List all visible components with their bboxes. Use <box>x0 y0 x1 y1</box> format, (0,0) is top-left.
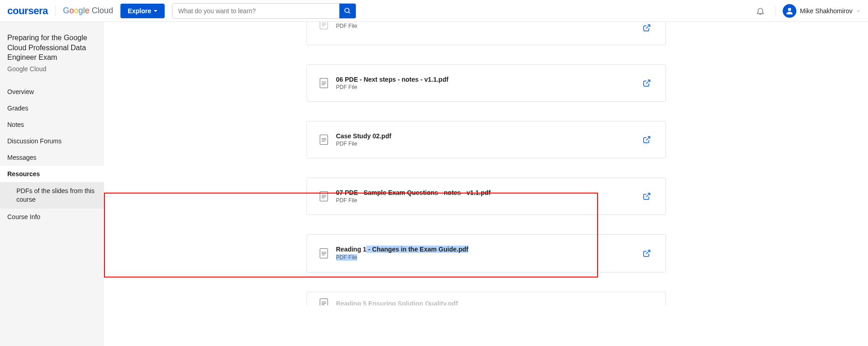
file-type: PDF File <box>336 253 633 261</box>
sidebar-sub-pdfs[interactable]: PDFs of the slides from this course <box>0 182 104 209</box>
header: coursera Google Cloud Explore Mike Shakh… <box>0 0 868 22</box>
person-icon <box>785 6 794 16</box>
document-icon <box>320 248 328 258</box>
file-type: PDF File <box>336 84 633 90</box>
sidebar: Preparing for the Google Cloud Professio… <box>0 22 104 346</box>
external-link-icon <box>643 249 651 257</box>
svg-line-5 <box>646 136 650 140</box>
external-link-icon <box>643 24 651 32</box>
nav-discussion-forums[interactable]: Discussion Forums <box>0 133 104 149</box>
document-icon <box>320 78 328 88</box>
nav-grades[interactable]: Grades <box>0 100 104 116</box>
svg-line-3 <box>646 25 650 28</box>
external-link-icon <box>643 79 651 87</box>
coursera-logo[interactable]: coursera <box>7 5 48 17</box>
course-title[interactable]: Preparing for the Google Cloud Professio… <box>7 33 97 63</box>
svg-line-7 <box>646 250 650 254</box>
file-card[interactable]: Reading 5 Ensuring Solution Quality.pdf <box>307 292 666 305</box>
search-container <box>172 3 356 19</box>
file-name: 06 PDE - Next steps - notes - v1.1.pdf <box>336 76 633 83</box>
file-card[interactable]: 06 PDE - Next steps - notes - v1.1.pdf P… <box>307 64 666 102</box>
svg-line-4 <box>646 80 650 84</box>
divider <box>775 5 775 16</box>
nav-course-info[interactable]: Course Info <box>0 209 104 225</box>
file-card[interactable]: Case Study 02.pdf PDF File <box>307 121 666 158</box>
open-external-button[interactable] <box>641 134 653 146</box>
svg-line-6 <box>646 193 650 197</box>
main-content: PDF File 06 PDE - Next steps - notes - v… <box>104 22 868 346</box>
explore-label: Explore <box>128 7 151 15</box>
course-block: Preparing for the Google Cloud Professio… <box>0 22 104 80</box>
document-icon <box>320 135 328 145</box>
file-name: Reading 1 - Changes in the Exam Guide.pd… <box>336 246 633 253</box>
course-provider: Google Cloud <box>7 65 97 73</box>
bell-icon <box>756 6 765 16</box>
open-external-button[interactable] <box>641 77 653 89</box>
nav-resources[interactable]: Resources <box>0 166 104 182</box>
file-type: PDF File <box>336 197 633 204</box>
document-icon <box>320 191 328 201</box>
open-external-button[interactable] <box>641 190 653 202</box>
file-type: PDF File <box>336 141 633 147</box>
external-link-icon <box>643 192 651 200</box>
explore-button[interactable]: Explore <box>120 4 165 18</box>
file-name: 07 PDE - Sample Exam Questions - notes -… <box>336 189 633 196</box>
file-name: Reading 5 Ensuring Solution Quality.pdf <box>336 300 653 306</box>
chevron-down-icon <box>856 9 861 13</box>
document-icon <box>320 299 328 306</box>
divider <box>55 5 56 16</box>
external-link-icon <box>643 136 651 144</box>
user-name: Mike Shakhomirov <box>800 7 852 15</box>
search-button[interactable] <box>339 4 356 18</box>
file-card[interactable]: 07 PDE - Sample Exam Questions - notes -… <box>307 178 666 215</box>
svg-point-0 <box>345 8 349 12</box>
document-icon <box>320 22 328 29</box>
nav-notes[interactable]: Notes <box>0 116 104 133</box>
file-type: PDF File <box>336 23 633 29</box>
notifications-button[interactable] <box>753 4 768 18</box>
avatar <box>783 4 796 18</box>
search-icon <box>344 7 351 15</box>
open-external-button[interactable] <box>641 247 653 259</box>
partner-logo[interactable]: Google Cloud <box>63 6 113 16</box>
open-external-button[interactable] <box>641 22 653 34</box>
nav-overview[interactable]: Overview <box>0 84 104 100</box>
file-name: Case Study 02.pdf <box>336 132 633 140</box>
nav-messages[interactable]: Messages <box>0 149 104 166</box>
user-menu[interactable]: Mike Shakhomirov <box>783 4 861 18</box>
file-card[interactable]: Reading 1 - Changes in the Exam Guide.pd… <box>307 234 666 273</box>
file-card[interactable]: PDF File <box>307 22 666 45</box>
search-input[interactable] <box>172 4 339 18</box>
svg-line-1 <box>348 12 350 13</box>
svg-point-2 <box>788 8 791 11</box>
